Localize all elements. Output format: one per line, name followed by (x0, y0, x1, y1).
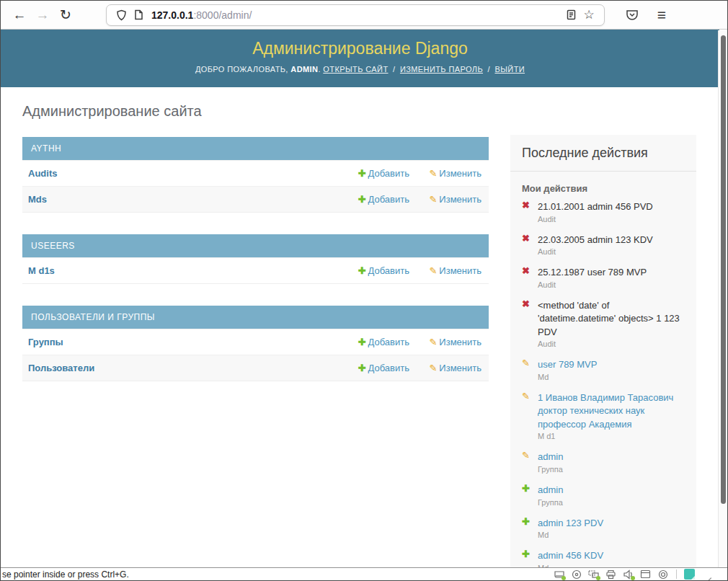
reader-mode-icon[interactable] (562, 6, 580, 24)
back-button[interactable]: ← (8, 4, 31, 26)
recent-actions-title: Последние действия (510, 135, 696, 172)
add-link[interactable]: ✚Добавить (332, 168, 409, 179)
user-tools: ДОБРО ПОЖАЛОВАТЬ, ADMIN. ОТКРЫТЬ САЙТ / … (1, 65, 719, 74)
action-text[interactable]: 1 Иванов Владимир Тарасович доктор техни… (538, 392, 673, 430)
browser-toolbar: ← → ↻ 127.0.0.1:8000/admin/ ☆ ≡ (1, 1, 727, 30)
action-item[interactable]: ✎ admin Группа (522, 450, 686, 474)
model-link[interactable]: M d1s (28, 265, 332, 276)
scrollbar-track[interactable] (718, 30, 727, 569)
action-item[interactable]: ✚ admin Группа (522, 483, 686, 507)
delete-icon: ✖ (522, 298, 533, 309)
model-rows: Группы ✚Добавить ✎Изменить Пользователи … (22, 329, 489, 381)
model-row: Группы ✚Добавить ✎Изменить (22, 329, 489, 355)
action-item[interactable]: ✚ admin 123 PDV Md (522, 516, 686, 540)
action-text[interactable]: 21.01.2001 admin 456 PVD (538, 201, 653, 212)
model-link[interactable]: Пользователи (28, 363, 332, 373)
resize-grip-icon[interactable] (703, 570, 711, 579)
action-item[interactable]: ✖ 22.03.2005 admin 123 KDV Audit (522, 233, 686, 257)
model-link[interactable]: Группы (28, 337, 332, 347)
url-text: 127.0.0.1:8000/admin/ (151, 9, 562, 21)
hdd-icon[interactable] (553, 569, 565, 580)
welcome-period: . (318, 65, 320, 74)
action-text[interactable]: <method 'date' of 'datetime.datetime' ob… (538, 300, 680, 337)
change-icon: ✎ (522, 391, 533, 402)
plus-icon: ✚ (358, 337, 366, 347)
audio-icon[interactable] (622, 569, 634, 580)
forward-button[interactable]: → (31, 4, 54, 26)
change-link[interactable]: ✎Изменить (409, 194, 481, 205)
action-text[interactable]: admin 123 PDV (538, 518, 603, 528)
view-site-link[interactable]: ОТКРЫТЬ САЙТ (323, 65, 388, 74)
username: ADMIN (290, 65, 318, 74)
action-text[interactable]: admin (538, 451, 563, 462)
add-link[interactable]: ✚Добавить (332, 363, 409, 373)
bookmark-star-icon[interactable]: ☆ (580, 6, 598, 25)
action-item[interactable]: ✖ <method 'date' of 'datetime.datetime' … (522, 298, 686, 349)
action-item[interactable]: ✎ 1 Иванов Владимир Тарасович доктор тех… (522, 391, 686, 441)
action-item[interactable]: ✎ user 789 MVP Md (522, 358, 686, 381)
address-bar[interactable]: 127.0.0.1:8000/admin/ ☆ (106, 4, 605, 26)
action-model-label: M d1 (538, 432, 686, 440)
add-icon: ✚ (522, 483, 533, 494)
change-link[interactable]: ✎Изменить (409, 337, 481, 347)
app-caption[interactable]: USEEERS (22, 234, 489, 257)
site-title[interactable]: Администрирование Django (1, 30, 719, 58)
action-model-label: Audit (538, 215, 686, 223)
model-row: Пользователи ✚Добавить ✎Изменить (22, 355, 489, 381)
reload-button[interactable]: ↻ (54, 4, 77, 26)
action-model-label: Audit (538, 280, 686, 289)
model-link[interactable]: Mds (28, 194, 332, 205)
add-link[interactable]: ✚Добавить (332, 337, 409, 347)
url-path: :8000/admin/ (193, 9, 252, 21)
app-module: USEEERS M d1s ✚Добавить ✎Изменить (22, 234, 489, 284)
pocket-icon[interactable] (623, 6, 641, 24)
model-rows: M d1s ✚Добавить ✎Изменить (22, 257, 489, 283)
action-text[interactable]: admin (538, 484, 563, 495)
change-link[interactable]: ✎Изменить (409, 363, 481, 373)
separator: / (393, 65, 395, 74)
recording-icon[interactable] (657, 569, 669, 580)
pencil-icon: ✎ (429, 337, 437, 347)
add-link[interactable]: ✚Добавить (332, 265, 409, 276)
model-link[interactable]: Audits (28, 168, 332, 179)
page-info-icon[interactable] (130, 6, 147, 24)
change-label: Изменить (439, 168, 481, 179)
action-model-label: Группа (538, 498, 686, 507)
network-icon[interactable] (587, 569, 600, 580)
change-label: Изменить (439, 265, 481, 276)
app-caption[interactable]: AYTHH (22, 137, 489, 160)
action-text[interactable]: admin 456 KDV (538, 550, 603, 561)
action-item[interactable]: ✖ 21.01.2001 admin 456 PVD Audit (522, 200, 686, 223)
change-link[interactable]: ✎Изменить (409, 265, 481, 276)
change-icon: ✎ (522, 450, 533, 461)
app-caption[interactable]: ПОЛЬЗОВАТЕЛИ И ГРУППЫ (22, 306, 489, 329)
logout-link[interactable]: ВЫЙТИ (494, 65, 525, 74)
menu-icon[interactable]: ≡ (652, 6, 671, 25)
status-message: se pointer inside or press Ctrl+G. (2, 569, 553, 580)
optical-disc-icon[interactable] (570, 569, 582, 580)
action-text[interactable]: 22.03.2005 admin 123 KDV (538, 234, 653, 245)
model-row: M d1s ✚Добавить ✎Изменить (22, 257, 489, 283)
mouse-integration-icon[interactable] (684, 569, 695, 580)
action-text[interactable]: 25.12.1987 user 789 MVP (538, 267, 647, 278)
scrollbar-thumb[interactable] (721, 35, 726, 504)
add-label: Добавить (368, 363, 409, 373)
main-column: Администрирование сайта AYTHH Audits ✚До… (22, 103, 489, 567)
separator: / (488, 65, 490, 74)
action-item[interactable]: ✖ 25.12.1987 user 789 MVP Audit (522, 265, 686, 289)
shared-folders-icon[interactable] (639, 569, 652, 580)
vm-statusbar: se pointer inside or press Ctrl+G. (1, 567, 727, 580)
status-separator (676, 569, 677, 579)
model-row: Audits ✚Добавить ✎Изменить (22, 160, 489, 186)
add-link[interactable]: ✚Добавить (332, 194, 409, 205)
action-model-label: Md (538, 373, 686, 381)
hdd-active-dot (561, 576, 566, 580)
add-label: Добавить (368, 265, 409, 276)
toolbar-right: ≡ (623, 6, 671, 25)
action-text[interactable]: user 789 MVP (538, 359, 597, 370)
action-item[interactable]: ✚ admin 456 KDV Md (522, 549, 686, 567)
change-password-link[interactable]: ИЗМЕНИТЬ ПАРОЛЬ (400, 65, 483, 74)
printer-icon[interactable] (605, 569, 617, 580)
change-link[interactable]: ✎Изменить (409, 168, 481, 179)
shield-icon[interactable] (112, 6, 130, 24)
